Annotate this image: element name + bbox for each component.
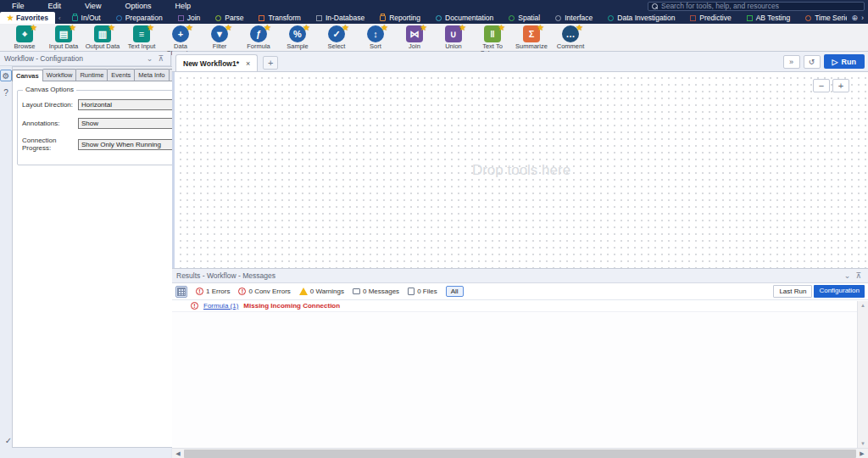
- workflow-canvas[interactable]: Drop tools here − +: [172, 72, 868, 268]
- pin-icon[interactable]: ⊼: [853, 271, 864, 280]
- field-label: Layout Direction:: [22, 101, 78, 109]
- tool-filter[interactable]: ▼★Filter: [200, 25, 239, 50]
- category-tab-favorites[interactable]: ★ Favorites: [0, 12, 55, 24]
- tool-comment[interactable]: …★Comment: [551, 25, 590, 50]
- circle-icon: [509, 15, 515, 21]
- count-label: 0 Messages: [363, 288, 399, 295]
- scrollbar-thumb[interactable]: [184, 450, 856, 458]
- schedule-history-icon[interactable]: ↺: [804, 55, 821, 69]
- category-tab-data-investigation[interactable]: Data Investigation: [600, 12, 682, 24]
- gear-icon[interactable]: ⚙: [0, 70, 12, 81]
- tool-input-data[interactable]: ▤★Input Data: [44, 25, 83, 50]
- tool-summarize[interactable]: Σ★Summarize: [512, 25, 551, 50]
- config-tab-canvas[interactable]: Canvas: [12, 70, 43, 81]
- workflow-tab-label: New Workflow1*: [183, 59, 239, 68]
- category-tab-ab-testing[interactable]: AB Testing: [739, 12, 798, 24]
- category-settings-icon[interactable]: ⊕: [851, 14, 858, 22]
- config-field: Connection Progress:Show Only When Runni…: [22, 137, 196, 152]
- square-icon: [178, 15, 184, 21]
- config-tab-events[interactable]: Events: [107, 69, 135, 81]
- results-grid-icon[interactable]: [175, 286, 187, 298]
- tool-sample[interactable]: %★Sample: [278, 25, 317, 50]
- results-vertical-scrollbar[interactable]: ▲ ▼: [857, 301, 868, 448]
- circle-icon: [436, 15, 442, 21]
- expand-toolbar-button[interactable]: »: [783, 55, 800, 69]
- zoom-in-button[interactable]: +: [832, 79, 849, 92]
- category-tab-predictive[interactable]: Predictive: [682, 12, 738, 24]
- tool-join[interactable]: ⋈★Join: [395, 25, 434, 50]
- scroll-right-icon[interactable]: ▶: [856, 449, 868, 458]
- run-icon: ▷: [832, 58, 838, 66]
- zoom-out-button[interactable]: −: [813, 79, 830, 92]
- favorite-star-icon: ★: [147, 23, 154, 32]
- result-count[interactable]: !0 Conv Errors: [238, 288, 290, 295]
- formula-error-link[interactable]: Formula (1): [203, 302, 238, 310]
- category-tab-interface[interactable]: Interface: [548, 12, 600, 24]
- tool-select[interactable]: ✓★Select: [317, 25, 356, 50]
- tool-output-data[interactable]: ▥★Output Data: [83, 25, 122, 50]
- results-panel-title: Results - Workflow - Messages: [176, 271, 842, 280]
- category-label: In/Out: [81, 14, 101, 22]
- tool-union[interactable]: ∪★Union: [434, 25, 473, 50]
- workflow-tab[interactable]: New Workflow1* ×: [175, 54, 258, 71]
- new-workflow-button[interactable]: +: [263, 56, 278, 70]
- config-tab-runtime[interactable]: Runtime: [75, 69, 108, 81]
- category-scroll-left-button[interactable]: ‹: [55, 12, 64, 24]
- category-tab-transform[interactable]: Transform: [251, 12, 308, 24]
- run-button[interactable]: ▷ Run: [824, 54, 865, 69]
- count-label: 0 Warnings: [310, 288, 344, 295]
- result-count[interactable]: 0 Messages: [353, 288, 399, 295]
- category-tab-in-database[interactable]: In-Database: [309, 12, 372, 24]
- scroll-left-icon[interactable]: ◀: [172, 449, 184, 458]
- category-label: Preparation: [125, 14, 163, 22]
- results-panel: Results - Workflow - Messages ⌄ ⊼ !1 Err…: [172, 268, 868, 458]
- close-icon[interactable]: ×: [246, 59, 250, 68]
- menu-options[interactable]: Options: [113, 2, 163, 10]
- check-circle-icon[interactable]: ✓: [3, 434, 14, 446]
- configuration-button[interactable]: Configuration: [814, 285, 865, 298]
- tool-formula[interactable]: ƒ★Formula: [239, 25, 278, 50]
- square-icon: [316, 15, 322, 21]
- category-tab-join[interactable]: Join: [170, 12, 209, 24]
- menu-edit[interactable]: Edit: [36, 2, 74, 10]
- config-tab-meta-info[interactable]: Meta Info: [134, 69, 169, 81]
- filter-all-button[interactable]: All: [446, 286, 464, 297]
- category-label: Interface: [565, 14, 593, 22]
- collapse-chevron-icon[interactable]: ⌄: [144, 54, 156, 63]
- global-search-input[interactable]: Search for tools, help, and resources: [648, 2, 865, 11]
- result-count[interactable]: !1 Errors: [196, 288, 230, 295]
- tool-browse[interactable]: ⌖★Browse: [5, 25, 44, 50]
- tool-text-input[interactable]: ≡★Text Input: [122, 25, 161, 50]
- menu-file[interactable]: File: [0, 2, 36, 10]
- category-label: Reporting: [389, 14, 420, 22]
- category-tab-spatial[interactable]: Spatial: [501, 12, 548, 24]
- category-tab-documentation[interactable]: Documentation: [428, 12, 501, 24]
- scroll-up-icon[interactable]: ▲: [860, 303, 865, 308]
- help-icon[interactable]: ?: [0, 87, 12, 98]
- result-count[interactable]: 0 Files: [408, 288, 437, 295]
- favorite-star-icon: ★: [498, 23, 505, 32]
- category-scroll-right-button[interactable]: ›: [861, 14, 864, 22]
- folder-icon: [72, 15, 78, 21]
- category-tab-preparation[interactable]: Preparation: [108, 12, 170, 24]
- collapse-chevron-icon[interactable]: ⌄: [842, 271, 854, 280]
- result-count[interactable]: 0 Warnings: [299, 288, 344, 295]
- results-horizontal-scrollbar[interactable]: ◀ ▶: [172, 448, 868, 458]
- category-tab-parse[interactable]: Parse: [208, 12, 251, 24]
- error-icon: !: [191, 302, 198, 310]
- category-tab-reporting[interactable]: Reporting: [372, 12, 428, 24]
- scroll-down-icon[interactable]: ▼: [860, 441, 865, 446]
- menu-help[interactable]: Help: [163, 2, 203, 10]
- tool-label: Join: [409, 43, 420, 50]
- favorite-star-icon: ★: [576, 23, 583, 32]
- tool-label: Sample: [287, 43, 308, 50]
- menu-items: FileEditViewOptionsHelp: [0, 2, 203, 10]
- config-tab-workflow[interactable]: Workflow: [42, 69, 77, 81]
- tool-label: Output Data: [86, 43, 120, 50]
- category-tab-in-out[interactable]: In/Out: [64, 12, 108, 24]
- tool-sort[interactable]: ↕★Sort: [356, 25, 395, 50]
- category-tab-time-series[interactable]: Time Series: [798, 12, 847, 24]
- last-run-button[interactable]: Last Run: [773, 285, 812, 298]
- menu-view[interactable]: View: [73, 2, 113, 10]
- pin-icon[interactable]: ⊼: [155, 54, 166, 63]
